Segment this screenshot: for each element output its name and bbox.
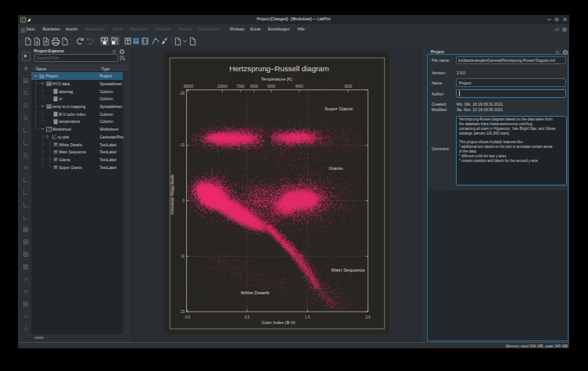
svg-text:0.5: 0.5: [245, 315, 250, 319]
svg-text:Color Index (B-V): Color Index (B-V): [261, 320, 295, 325]
svg-text:1.5: 1.5: [305, 315, 310, 319]
svg-text:10000: 10000: [217, 85, 228, 88]
svg-text:7000: 7000: [236, 85, 245, 88]
svg-text:-20: -20: [179, 92, 185, 95]
svg-text:Main Sequence: Main Sequence: [332, 267, 366, 272]
svg-text:Temperature [K]: Temperature [K]: [261, 77, 292, 81]
svg-text:Super Giants: Super Giants: [324, 106, 353, 111]
svg-text:6000: 6000: [250, 85, 259, 88]
svg-text:0: 0: [182, 199, 185, 203]
svg-text:3000: 3000: [344, 85, 353, 88]
svg-text:20: 20: [181, 310, 185, 314]
svg-text:-0.5: -0.5: [184, 315, 190, 319]
svg-text:Absolute Magnitude: Absolute Magnitude: [170, 175, 174, 214]
svg-text:Giants: Giants: [329, 165, 343, 171]
svg-text:Hertzsprung–Russell diagram: Hertzsprung–Russell diagram: [229, 64, 329, 73]
svg-text:30000: 30000: [183, 85, 193, 88]
svg-text:10: 10: [181, 254, 185, 258]
svg-text:-10: -10: [179, 143, 185, 147]
svg-text:2.5: 2.5: [366, 315, 371, 319]
svg-text:White Dwarfs: White Dwarfs: [241, 290, 270, 295]
svg-text:4000: 4000: [295, 85, 303, 88]
svg-text:5000: 5000: [267, 85, 276, 88]
